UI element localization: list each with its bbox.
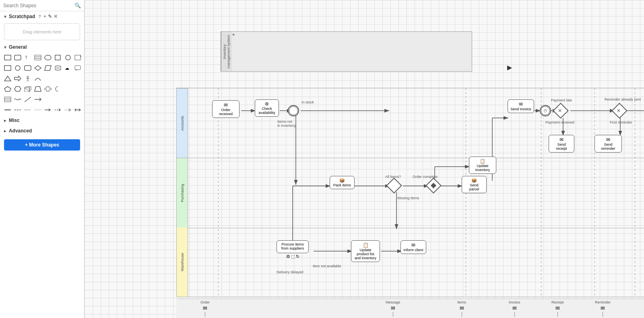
shape-table[interactable] [33, 54, 42, 61]
svg-marker-13 [35, 66, 41, 70]
scratchpad-help[interactable]: ? [38, 14, 41, 19]
shape-box3d[interactable] [23, 85, 32, 93]
scratchpad-add-icon[interactable]: + [43, 14, 46, 19]
timer-event[interactable]: ⏱ [540, 105, 551, 116]
inform-client-node[interactable]: ✉ Inform client [400, 240, 426, 254]
shape-line-dash2[interactable] [23, 106, 32, 114]
svg-marker-22 [14, 76, 21, 81]
advanced-header[interactable]: ► Advanced [0, 126, 84, 136]
general-label: General [9, 44, 27, 50]
order-received-label: Order received [215, 108, 237, 116]
svg-line-27 [28, 80, 29, 81]
shapes-grid-row6 [0, 105, 84, 115]
svg-rect-9 [75, 55, 80, 60]
shape-ellipse[interactable] [43, 54, 52, 61]
bottom-receipt: Receipt ✉ [551, 300, 564, 317]
svg-point-8 [66, 55, 70, 60]
more-shapes-button[interactable]: + More Shapes [4, 139, 80, 151]
scratchpad-icons: + ✎ ✕ [43, 14, 58, 19]
shape-speech[interactable] [74, 64, 83, 72]
bottom-message-bar: Order ✉ Message ✉ Items ✉ Invoice ✉ Rece… [176, 299, 644, 318]
lane-warehouse: Warehouse [177, 227, 188, 297]
order-received-node[interactable]: ✉ Order received [212, 100, 239, 118]
shape-line-dash1[interactable] [13, 106, 22, 114]
shape-cloud[interactable]: ☁ [64, 64, 72, 72]
shape-rounded2[interactable] [23, 64, 32, 72]
shape-arrow-r[interactable] [13, 75, 22, 82]
svg-marker-14 [45, 66, 51, 70]
shape-text[interactable]: T [23, 54, 32, 61]
shape-folded[interactable] [74, 54, 83, 61]
bottom-items: Items ✉ [457, 300, 466, 317]
shape-line-arrow3[interactable] [64, 106, 72, 114]
svg-marker-33 [35, 87, 41, 91]
shape-line-arrow4[interactable] [74, 106, 83, 114]
shape-line-solid[interactable] [3, 106, 12, 114]
shape-line-arrow2[interactable] [54, 106, 62, 114]
payment-late-gateway[interactable]: ✕ [555, 105, 567, 117]
shape-arrow-long[interactable] [33, 96, 42, 103]
send-reminder-node[interactable]: ✉ Send reminder [594, 135, 622, 153]
shape-circ2[interactable] [13, 64, 22, 72]
update-inventory-node[interactable]: 📋 Update inventory [469, 157, 496, 174]
shape-rectangle[interactable] [3, 54, 12, 61]
connections-svg [188, 88, 644, 297]
scratchpad-edit-icon[interactable]: ✎ [48, 14, 52, 19]
update-product-node[interactable]: 📋 Update product list and inventory [351, 240, 380, 262]
shape-crescent[interactable] [54, 85, 62, 93]
svg-text:T: T [25, 56, 27, 60]
svg-rect-12 [25, 66, 31, 70]
shape-parallelogram[interactable] [43, 64, 52, 72]
search-input[interactable] [3, 3, 73, 8]
reminder-sent-gateway[interactable]: ✕ [614, 105, 626, 117]
send-receipt-label: Send receipt [551, 142, 572, 151]
procure-items-node[interactable]: Procure itemsfrom suppliers ⚙⬚↻ [277, 240, 309, 259]
inventory-pool: Inventory management system ▶ [221, 31, 472, 72]
shape-circle[interactable] [64, 54, 72, 61]
shape-triangle[interactable] [3, 75, 12, 82]
shape-line-dash3[interactable] [33, 106, 42, 114]
shape-hexagon[interactable] [13, 85, 22, 93]
shape-line-arrow1[interactable] [43, 106, 52, 114]
shape-rounded-rect[interactable] [13, 54, 22, 61]
all-items-label: All items? [385, 175, 401, 179]
svg-marker-31 [25, 87, 31, 91]
shapes-grid-row4 [0, 84, 84, 94]
shape-person[interactable] [23, 75, 32, 82]
send-reminder-label: Send reminder [597, 142, 619, 151]
scratchpad-label: Scratchpad [9, 14, 35, 19]
shape-rect2[interactable] [3, 64, 12, 72]
search-bar: 🔍 [0, 0, 84, 11]
shape-wave[interactable] [13, 96, 22, 103]
pack-items-node[interactable]: 📦 Pack items [330, 176, 355, 189]
svg-rect-3 [35, 55, 41, 60]
in-stock-gateway[interactable] [288, 105, 299, 116]
all-items-gateway[interactable] [388, 180, 400, 192]
send-parcel-label: Send parcel [464, 183, 484, 191]
shape-trapezoid[interactable] [33, 85, 42, 93]
shape-cylinder[interactable] [54, 64, 62, 72]
shape-square[interactable] [54, 54, 62, 61]
advanced-arrow: ► [3, 129, 7, 133]
lane-labels: Accounts Purchasing Warehouse [177, 88, 188, 297]
shape-diamond[interactable] [33, 64, 42, 72]
shape-list[interactable] [3, 96, 12, 103]
misc-header[interactable]: ► Misc [0, 115, 84, 126]
scratchpad-header[interactable]: ▼ Scratchpad ? + ✎ ✕ [0, 11, 84, 22]
inform-client-label: Inform client [403, 248, 423, 252]
shape-arc[interactable] [33, 75, 42, 82]
shape-pentagon[interactable] [3, 85, 12, 93]
shape-cross[interactable] [43, 85, 52, 93]
check-availability-node[interactable]: ⚙ Check availability [255, 99, 279, 117]
general-header[interactable]: ▼ General [0, 42, 84, 52]
send-parcel-node[interactable]: 📦 Send parcel [462, 176, 487, 193]
svg-line-26 [27, 80, 28, 81]
dashed-col-4 [594, 88, 595, 297]
shape-arrow-diag[interactable] [23, 96, 32, 103]
send-invoice-node[interactable]: ✉ Send invoice [508, 99, 534, 113]
misc-arrow: ► [3, 118, 7, 123]
canvas-area[interactable]: Inventory management system ▶ Accounts P… [85, 0, 644, 318]
order-complete-gateway[interactable] [428, 180, 440, 192]
send-receipt-node[interactable]: ✉ Send receipt [549, 135, 574, 153]
scratchpad-close-icon[interactable]: ✕ [54, 14, 58, 19]
